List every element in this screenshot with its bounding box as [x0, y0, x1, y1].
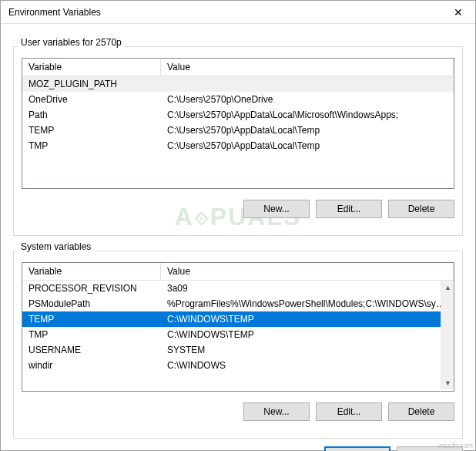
scrollbar[interactable]: ▲ ▼ [441, 281, 454, 389]
cell-variable: Path [22, 109, 161, 121]
cell-value: SYSTEM [161, 344, 454, 356]
table-row[interactable]: USERNAMESYSTEM [22, 342, 454, 358]
ok-button[interactable]: OK [324, 446, 391, 451]
scroll-up-icon[interactable]: ▲ [441, 281, 454, 294]
col-header-variable[interactable]: Variable [22, 263, 161, 280]
cell-value: %ProgramFiles%\WindowsPowerShell\Modules… [161, 298, 454, 310]
cell-value: C:\Users\2570p\AppData\Local\Temp [161, 140, 454, 152]
window-title: Environment Variables [8, 7, 441, 18]
user-new-button[interactable]: New... [243, 200, 310, 218]
system-vars-group: Variable Value PROCESSOR_REVISION3a09PSM… [13, 251, 463, 439]
table-row[interactable]: OneDriveC:\Users\2570p\OneDrive [22, 92, 454, 107]
table-row[interactable]: PSModulePath%ProgramFiles%\WindowsPowerS… [22, 296, 454, 311]
cell-value: C:\Users\2570p\OneDrive [161, 93, 454, 106]
col-header-variable[interactable]: Variable [22, 59, 161, 76]
cell-variable: TEMP [22, 124, 161, 136]
table-row[interactable]: TMPC:\Users\2570p\AppData\Local\Temp [22, 138, 454, 153]
cell-variable: PSModulePath [22, 298, 161, 310]
system-vars-buttons: New... Edit... Delete [14, 399, 462, 430]
table-row[interactable]: TEMPC:\WINDOWS\TEMP [22, 311, 454, 327]
close-icon: ✕ [454, 6, 463, 19]
user-delete-button[interactable]: Delete [388, 200, 454, 218]
table-row[interactable]: MOZ_PLUGIN_PATH [22, 76, 454, 92]
cell-value: C:\WINDOWS\TEMP [161, 328, 454, 341]
table-header: Variable Value [22, 59, 454, 76]
content-area: A⟐PUALS User variables for 2570p Variabl… [1, 24, 475, 439]
cell-value: C:\Users\2570p\AppData\Local\Temp [161, 124, 454, 136]
cell-variable: PROCESSOR_REVISION [22, 282, 161, 294]
user-edit-button[interactable]: Edit... [316, 200, 382, 218]
cell-variable: TEMP [22, 313, 161, 325]
table-header: Variable Value [22, 263, 454, 281]
user-vars-label: User variables for 2570p [18, 37, 125, 48]
scroll-down-icon[interactable]: ▼ [441, 376, 454, 389]
cell-variable: TMP [22, 140, 161, 152]
cell-value: C:\WINDOWS [161, 359, 454, 372]
cell-variable: USERNAME [22, 344, 161, 356]
table-row[interactable]: PROCESSOR_REVISION3a09 [22, 281, 454, 296]
system-delete-button[interactable]: Delete [388, 402, 454, 421]
watermark-footer: wsxdn.com [438, 442, 473, 449]
col-header-value[interactable]: Value [161, 263, 454, 280]
titlebar: Environment Variables ✕ [1, 1, 475, 24]
cell-value: 3a09 [161, 282, 454, 294]
system-vars-label: System variables [18, 241, 94, 252]
cell-variable: TMP [22, 328, 161, 341]
environment-variables-dialog: Environment Variables ✕ A⟐PUALS User var… [0, 0, 476, 451]
user-vars-body[interactable]: MOZ_PLUGIN_PATHOneDriveC:\Users\2570p\On… [22, 76, 454, 187]
table-row[interactable]: windirC:\WINDOWS [22, 358, 454, 373]
close-button[interactable]: ✕ [441, 1, 475, 23]
table-row[interactable]: TMPC:\WINDOWS\TEMP [22, 327, 454, 342]
table-row[interactable]: PathC:\Users\2570p\AppData\Local\Microso… [22, 107, 454, 123]
user-vars-table[interactable]: Variable Value MOZ_PLUGIN_PATHOneDriveC:… [22, 58, 454, 189]
cell-value: C:\WINDOWS\TEMP [161, 313, 454, 325]
table-row[interactable]: TEMPC:\Users\2570p\AppData\Local\Temp [22, 123, 454, 138]
user-vars-buttons: New... Edit... Delete [14, 197, 462, 227]
system-edit-button[interactable]: Edit... [316, 402, 382, 421]
cell-value: C:\Users\2570p\AppData\Local\Microsoft\W… [161, 109, 454, 121]
col-header-value[interactable]: Value [161, 59, 454, 76]
dialog-footer: OK Cancel [1, 439, 475, 451]
cell-variable: windir [22, 359, 161, 372]
system-vars-table[interactable]: Variable Value PROCESSOR_REVISION3a09PSM… [22, 262, 454, 392]
system-vars-body[interactable]: PROCESSOR_REVISION3a09PSModulePath%Progr… [22, 281, 454, 389]
cell-value [161, 78, 454, 90]
cell-variable: MOZ_PLUGIN_PATH [22, 78, 161, 90]
cell-variable: OneDrive [22, 93, 161, 106]
user-vars-group: Variable Value MOZ_PLUGIN_PATHOneDriveC:… [13, 46, 463, 236]
system-new-button[interactable]: New... [243, 402, 310, 421]
